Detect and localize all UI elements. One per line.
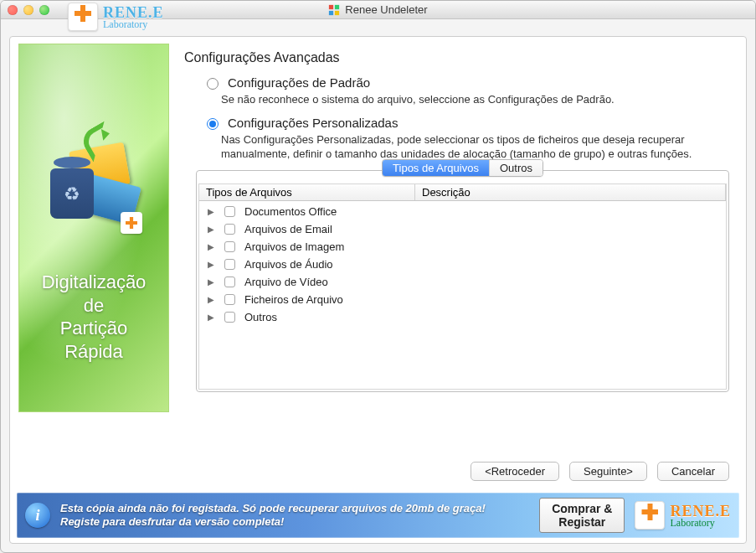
promo-brand-name: RENE.E — [670, 504, 731, 519]
option-custom-desc: Nas Configurações Personalizadas, pode s… — [221, 132, 729, 162]
sidebar: Digitalização de Partição Rápida — [18, 44, 169, 412]
radio-default[interactable] — [207, 78, 219, 90]
disclosure-triangle-icon[interactable]: ▶ — [208, 277, 216, 287]
cancel-button[interactable]: Cancelar — [657, 462, 729, 481]
table-row[interactable]: ▶Arquivos de Imagem — [199, 238, 726, 256]
tab-group: Tipos de Arquivos Outros — [382, 159, 543, 177]
tab-file-types[interactable]: Tipos de Arquivos — [383, 160, 490, 176]
svg-rect-3 — [335, 11, 339, 15]
back-button[interactable]: <Retroceder — [471, 462, 559, 481]
disclosure-triangle-icon[interactable]: ▶ — [208, 260, 216, 269]
row-label: Arquivo de Vídeo — [243, 276, 328, 288]
section-title: Configurações Avançadas — [184, 50, 729, 65]
table-row[interactable]: ▶Arquivo de Vídeo — [199, 273, 726, 291]
disclosure-triangle-icon[interactable]: ▶ — [208, 242, 216, 251]
table-row[interactable]: ▶Arquivos de Áudio — [199, 256, 726, 273]
row-checkbox[interactable] — [224, 241, 235, 252]
disclosure-triangle-icon[interactable]: ▶ — [208, 225, 216, 234]
buy-register-button[interactable]: Comprar & Registar — [539, 498, 625, 533]
header-logo: RENE.E Laboratory — [68, 3, 164, 31]
row-checkbox[interactable] — [224, 276, 235, 287]
option-custom-label: Configurações Personalizadas — [228, 116, 398, 130]
types-panel: Tipos de Arquivos Outros Tipos de Arquiv… — [196, 170, 729, 392]
sidebar-title: Digitalização de Partição Rápida — [42, 271, 147, 363]
option-custom-row[interactable]: Configurações Personalizadas — [203, 116, 729, 130]
row-checkbox[interactable] — [224, 206, 235, 217]
row-label: Outros — [243, 311, 277, 323]
row-checkbox[interactable] — [224, 259, 235, 270]
body-panel: Digitalização de Partição Rápida Configu… — [9, 36, 747, 544]
row-label: Documentos Office — [243, 205, 337, 218]
wizard-buttons: <Retroceder Seguinte> Cancelar — [10, 450, 746, 488]
promo-bar: i Esta cópia ainda não foi registada. Só… — [17, 493, 739, 538]
next-button[interactable]: Seguinte> — [569, 462, 647, 481]
column-type[interactable]: Tipos de Arquivos — [199, 184, 415, 200]
option-default-label: Configurações de Padrão — [228, 75, 370, 90]
brand-name: RENE.E — [103, 5, 164, 20]
info-icon: i — [25, 503, 50, 528]
logo-icon — [68, 3, 98, 31]
table-row[interactable]: ▶Arquivos de Email — [199, 220, 726, 238]
svg-rect-0 — [329, 5, 333, 9]
recover-arrow-icon — [84, 127, 117, 160]
column-desc[interactable]: Descrição — [415, 184, 726, 200]
option-default-row[interactable]: Configurações de Padrão — [203, 75, 729, 90]
table-row[interactable]: ▶Outros — [199, 308, 726, 326]
promo-text: Esta cópia ainda não foi registada. Só p… — [60, 502, 529, 530]
row-checkbox[interactable] — [224, 294, 235, 305]
row-checkbox[interactable] — [224, 224, 235, 235]
sidebar-illustration — [35, 128, 152, 245]
app-window: Renee Undeleter RENE.E Laboratory Digita… — [0, 0, 756, 553]
svg-rect-1 — [335, 5, 339, 9]
main-panel: Configurações Avançadas Configurações de… — [184, 44, 738, 450]
disclosure-triangle-icon[interactable]: ▶ — [208, 207, 216, 216]
row-label: Arquivos de Áudio — [243, 258, 333, 271]
option-default-desc: Se não reconhece o sistema do arquivo, s… — [221, 92, 729, 107]
tab-others[interactable]: Outros — [490, 160, 543, 176]
option-custom: Configurações Personalizadas Nas Configu… — [203, 116, 729, 162]
file-types-grid: Tipos de Arquivos Descrição ▶Documentos … — [198, 183, 727, 390]
table-row[interactable]: ▶Ficheiros de Arquivo — [199, 291, 726, 308]
promo-logo: RENE.E Laboratory — [635, 501, 731, 530]
disclosure-triangle-icon[interactable]: ▶ — [208, 295, 216, 304]
row-label: Arquivos de Imagem — [243, 240, 344, 253]
window-title: Renee Undeleter — [345, 3, 427, 16]
app-icon — [328, 3, 340, 17]
row-label: Arquivos de Email — [243, 223, 332, 235]
radio-custom[interactable] — [207, 118, 219, 130]
table-row[interactable]: ▶Documentos Office — [199, 203, 726, 220]
brand-sub: Laboratory — [103, 19, 164, 29]
promo-brand-sub: Laboratory — [670, 518, 731, 528]
svg-rect-2 — [329, 11, 333, 15]
row-label: Ficheiros de Arquivo — [243, 293, 343, 306]
disclosure-triangle-icon[interactable]: ▶ — [208, 313, 216, 322]
option-default: Configurações de Padrão Se não reconhece… — [203, 75, 729, 107]
row-checkbox[interactable] — [224, 312, 235, 323]
